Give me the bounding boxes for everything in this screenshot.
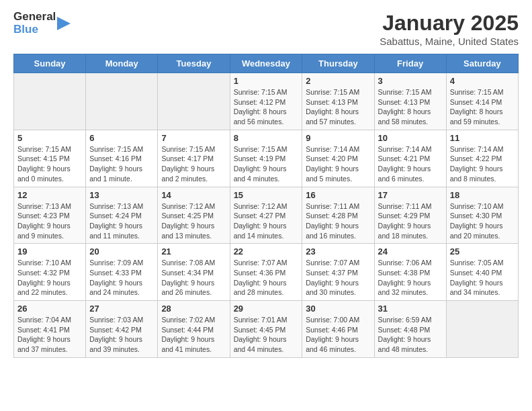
calendar-day-cell: 16Sunrise: 7:11 AMSunset: 4:28 PMDayligh… [302, 187, 374, 244]
day-number: 26 [17, 304, 82, 314]
day-number: 19 [17, 246, 82, 257]
day-info: Sunrise: 7:11 AMSunset: 4:28 PMDaylight:… [306, 201, 370, 241]
calendar-day-cell: 8Sunrise: 7:15 AMSunset: 4:19 PMDaylight… [230, 130, 302, 187]
header: General Blue January 2025 Sabattus, Main… [13, 11, 519, 47]
logo-triangle-icon [57, 11, 71, 36]
day-number: 23 [306, 246, 370, 257]
calendar-day-cell: 27Sunrise: 7:03 AMSunset: 4:42 PMDayligh… [86, 301, 158, 358]
calendar-week-row: 1Sunrise: 7:15 AMSunset: 4:12 PMDaylight… [14, 73, 519, 130]
calendar-day-cell: 15Sunrise: 7:12 AMSunset: 4:27 PMDayligh… [230, 187, 302, 244]
day-info: Sunrise: 7:15 AMSunset: 4:12 PMDaylight:… [234, 87, 299, 127]
day-info: Sunrise: 7:12 AMSunset: 4:27 PMDaylight:… [234, 201, 299, 241]
calendar-day-cell [86, 73, 158, 130]
calendar-header-cell: Friday [374, 54, 446, 73]
calendar-day-cell: 5Sunrise: 7:15 AMSunset: 4:15 PMDaylight… [14, 130, 86, 187]
day-info: Sunrise: 7:15 AMSunset: 4:16 PMDaylight:… [89, 144, 154, 184]
calendar-day-cell: 24Sunrise: 7:06 AMSunset: 4:38 PMDayligh… [374, 244, 446, 301]
day-number: 30 [306, 304, 370, 314]
calendar-day-cell: 13Sunrise: 7:13 AMSunset: 4:24 PMDayligh… [86, 187, 158, 244]
calendar-header-cell: Sunday [14, 54, 86, 73]
day-number: 29 [234, 304, 299, 314]
calendar-day-cell [158, 73, 230, 130]
day-info: Sunrise: 7:11 AMSunset: 4:29 PMDaylight:… [378, 201, 443, 241]
day-number: 13 [89, 190, 154, 200]
calendar-day-cell: 17Sunrise: 7:11 AMSunset: 4:29 PMDayligh… [374, 187, 446, 244]
calendar-day-cell: 12Sunrise: 7:13 AMSunset: 4:23 PMDayligh… [14, 187, 86, 244]
day-number: 21 [161, 246, 226, 257]
logo: General Blue [13, 11, 74, 36]
calendar-day-cell: 10Sunrise: 7:14 AMSunset: 4:21 PMDayligh… [374, 130, 446, 187]
day-info: Sunrise: 7:14 AMSunset: 4:22 PMDaylight:… [450, 144, 515, 184]
calendar-week-row: 19Sunrise: 7:10 AMSunset: 4:32 PMDayligh… [14, 244, 519, 301]
day-number: 28 [161, 304, 226, 314]
day-number: 11 [450, 133, 515, 143]
day-info: Sunrise: 7:02 AMSunset: 4:44 PMDaylight:… [161, 315, 226, 355]
calendar-day-cell: 7Sunrise: 7:15 AMSunset: 4:17 PMDaylight… [158, 130, 230, 187]
day-info: Sunrise: 6:59 AMSunset: 4:48 PMDaylight:… [378, 315, 443, 355]
calendar-day-cell: 14Sunrise: 7:12 AMSunset: 4:25 PMDayligh… [158, 187, 230, 244]
day-info: Sunrise: 7:07 AMSunset: 4:37 PMDaylight:… [306, 258, 370, 298]
calendar-header-cell: Tuesday [158, 54, 230, 73]
day-info: Sunrise: 7:15 AMSunset: 4:15 PMDaylight:… [17, 144, 82, 184]
calendar-header-cell: Monday [86, 54, 158, 73]
day-number: 24 [378, 246, 443, 257]
day-info: Sunrise: 7:10 AMSunset: 4:32 PMDaylight:… [17, 258, 82, 298]
calendar-header-row: SundayMondayTuesdayWednesdayThursdayFrid… [14, 54, 519, 73]
day-number: 22 [234, 246, 299, 257]
day-info: Sunrise: 7:00 AMSunset: 4:46 PMDaylight:… [306, 315, 370, 355]
day-info: Sunrise: 7:08 AMSunset: 4:34 PMDaylight:… [161, 258, 226, 298]
calendar-day-cell [446, 301, 518, 358]
calendar-header-cell: Thursday [302, 54, 374, 73]
calendar-day-cell: 6Sunrise: 7:15 AMSunset: 4:16 PMDaylight… [86, 130, 158, 187]
calendar-day-cell: 4Sunrise: 7:15 AMSunset: 4:14 PMDaylight… [446, 73, 518, 130]
day-number: 1 [234, 76, 299, 86]
day-number: 17 [378, 190, 443, 200]
calendar-day-cell: 1Sunrise: 7:15 AMSunset: 4:12 PMDaylight… [230, 73, 302, 130]
calendar-week-row: 5Sunrise: 7:15 AMSunset: 4:15 PMDaylight… [14, 130, 519, 187]
day-info: Sunrise: 7:14 AMSunset: 4:20 PMDaylight:… [306, 144, 370, 184]
location-title: Sabattus, Maine, United States [380, 36, 519, 47]
day-info: Sunrise: 7:15 AMSunset: 4:13 PMDaylight:… [378, 87, 443, 127]
calendar-day-cell: 11Sunrise: 7:14 AMSunset: 4:22 PMDayligh… [446, 130, 518, 187]
day-info: Sunrise: 7:15 AMSunset: 4:14 PMDaylight:… [450, 87, 515, 127]
calendar: SundayMondayTuesdayWednesdayThursdayFrid… [13, 54, 519, 358]
day-number: 16 [306, 190, 370, 200]
day-number: 27 [89, 304, 154, 314]
day-number: 25 [450, 246, 515, 257]
calendar-header-cell: Saturday [446, 54, 518, 73]
calendar-day-cell: 9Sunrise: 7:14 AMSunset: 4:20 PMDaylight… [302, 130, 374, 187]
day-info: Sunrise: 7:05 AMSunset: 4:40 PMDaylight:… [450, 258, 515, 298]
calendar-day-cell: 26Sunrise: 7:04 AMSunset: 4:41 PMDayligh… [14, 301, 86, 358]
calendar-day-cell: 3Sunrise: 7:15 AMSunset: 4:13 PMDaylight… [374, 73, 446, 130]
calendar-day-cell: 28Sunrise: 7:02 AMSunset: 4:44 PMDayligh… [158, 301, 230, 358]
day-info: Sunrise: 7:03 AMSunset: 4:42 PMDaylight:… [89, 315, 154, 355]
day-info: Sunrise: 7:09 AMSunset: 4:33 PMDaylight:… [89, 258, 154, 298]
calendar-header-cell: Wednesday [230, 54, 302, 73]
calendar-day-cell: 31Sunrise: 6:59 AMSunset: 4:48 PMDayligh… [374, 301, 446, 358]
logo-general-text: General [13, 11, 56, 24]
calendar-day-cell: 2Sunrise: 7:15 AMSunset: 4:13 PMDaylight… [302, 73, 374, 130]
day-number: 7 [161, 133, 226, 143]
calendar-day-cell: 22Sunrise: 7:07 AMSunset: 4:36 PMDayligh… [230, 244, 302, 301]
day-number: 10 [378, 133, 443, 143]
logo-blue-text: Blue [13, 24, 56, 36]
day-number: 3 [378, 76, 443, 86]
day-number: 15 [234, 190, 299, 200]
day-info: Sunrise: 7:04 AMSunset: 4:41 PMDaylight:… [17, 315, 82, 355]
calendar-day-cell: 23Sunrise: 7:07 AMSunset: 4:37 PMDayligh… [302, 244, 374, 301]
day-info: Sunrise: 7:13 AMSunset: 4:24 PMDaylight:… [89, 201, 154, 241]
calendar-day-cell: 30Sunrise: 7:00 AMSunset: 4:46 PMDayligh… [302, 301, 374, 358]
month-title: January 2025 [380, 11, 519, 36]
day-info: Sunrise: 7:15 AMSunset: 4:13 PMDaylight:… [306, 87, 370, 127]
day-number: 20 [89, 246, 154, 257]
day-info: Sunrise: 7:10 AMSunset: 4:30 PMDaylight:… [450, 201, 515, 241]
day-info: Sunrise: 7:01 AMSunset: 4:45 PMDaylight:… [234, 315, 299, 355]
day-info: Sunrise: 7:14 AMSunset: 4:21 PMDaylight:… [378, 144, 443, 184]
day-number: 4 [450, 76, 515, 86]
day-number: 2 [306, 76, 370, 86]
day-number: 9 [306, 133, 370, 143]
day-info: Sunrise: 7:07 AMSunset: 4:36 PMDaylight:… [234, 258, 299, 298]
day-number: 31 [378, 304, 443, 314]
day-number: 12 [17, 190, 82, 200]
calendar-day-cell: 18Sunrise: 7:10 AMSunset: 4:30 PMDayligh… [446, 187, 518, 244]
